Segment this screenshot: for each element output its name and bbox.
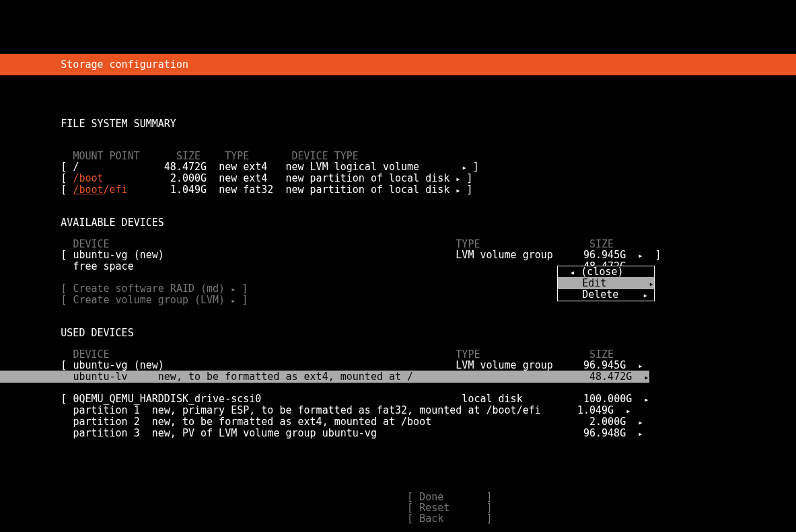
chevron-right-icon: ▸ [643,291,647,300]
fs-row-root-mount[interactable]: / [73,161,79,173]
fs-row-efi-dev: new partition of local disk [285,184,449,196]
chevron-right-icon[interactable]: ▸ [456,174,460,184]
used-lv-desc: new, to be formatted as ext4, mounted at… [158,371,413,383]
p3-desc: new, PV of LVM volume group ubuntu-vg [152,427,377,439]
fs-row-boot-type: new ext4 [219,172,267,184]
used-vg-name[interactable]: ubuntu-vg (new) [73,359,164,371]
chevron-right-icon[interactable]: ▸ [644,373,649,382]
p2-desc: new, to be formatted as ext4, mounted at… [152,416,431,428]
p3-name[interactable]: partition 3 [73,427,139,439]
chevron-right-icon: ▸ [649,279,653,289]
col-mount-point: MOUNT POINT [73,150,139,162]
fs-row-root-dev: new LVM logical volume [285,161,419,173]
chevron-right-icon: ▸ [231,284,236,294]
fs-row-boot-size: 2.000G [170,172,207,184]
used-disk-name[interactable]: 0QEMU_QEMU_HARDDISK_drive-scsi0 [73,393,261,405]
chevron-right-icon[interactable]: ▸ [462,163,466,172]
chevron-right-icon[interactable]: ▸ [456,186,460,195]
p2-size: 2.000G [589,416,626,428]
available-size: 96.945G [583,249,626,261]
chevron-left-icon: ◂ [570,268,575,277]
chevron-right-icon[interactable]: ▸ [638,361,643,371]
selected-row[interactable]: ubuntu-lv new, to be formatted as ext4, … [0,371,649,383]
used-vg-size: 96.945G [583,359,626,371]
fs-row-boot-mount[interactable]: /boot [73,172,103,184]
chevron-right-icon[interactable]: ▸ [638,429,643,439]
p1-name[interactable]: partition 1 [73,404,139,416]
used-disk-size: 100.000G [583,393,632,405]
page-title: Storage configuration [61,59,188,71]
footer-buttons: [ Done ] [ Reset ] [ Back ] [0,492,796,524]
free-space-label: free space [73,260,133,272]
p1-desc: new, primary ESP, to be formatted as fat… [152,404,541,416]
title-bar: Storage configuration [ Help ] [0,54,796,75]
create-lvm[interactable]: Create volume group (LVM) [73,294,225,306]
menu-delete[interactable]: Delete [582,289,618,301]
fs-row-efi-type: new fat32 [219,184,273,196]
used-disk-type: local disk [462,393,522,405]
chevron-right-icon: ▸ [231,296,236,305]
chevron-right-icon[interactable]: ▸ [626,406,630,416]
fs-row-efi-mount-prefix[interactable]: /boot [73,184,103,196]
menu-edit-row[interactable]: Edit ▸ [558,277,654,289]
used-vg-type: LVM volume group [456,359,553,371]
create-raid[interactable]: Create software RAID (md) [73,282,225,295]
fs-row-efi-size: 1.049G [170,184,207,196]
used-lv-name: ubuntu-lv [73,371,127,383]
available-type: LVM volume group [456,249,553,261]
fs-summary-heading: FILE SYSTEM SUMMARY [61,118,176,130]
menu-edit: Edit [582,277,606,289]
fs-row-root-type: new ext4 [219,161,267,173]
fs-row-root-size: 48.472G [164,161,207,173]
available-vg[interactable]: ubuntu-vg (new) [73,249,164,261]
used-heading: USED DEVICES [61,327,133,339]
context-menu[interactable]: ◂ (close) Edit ▸ Delete ▸ [557,266,655,301]
chevron-right-icon[interactable]: ▸ [638,251,643,260]
fs-row-boot-dev: new partition of local disk [285,172,449,184]
menu-close[interactable]: (close) [581,266,623,278]
used-lv-size: 48.472G [589,371,632,383]
back-button[interactable]: Back [419,512,443,525]
chevron-right-icon[interactable]: ▸ [644,395,649,404]
main-content: FILE SYSTEM SUMMARY MOUNT POINT SIZE TYP… [0,108,796,439]
p3-size: 96.948G [583,427,626,439]
p2-name[interactable]: partition 2 [73,416,139,428]
available-heading: AVAILABLE DEVICES [61,217,164,229]
chevron-right-icon[interactable]: ▸ [638,418,643,427]
p1-size: 1.049G [577,404,614,416]
